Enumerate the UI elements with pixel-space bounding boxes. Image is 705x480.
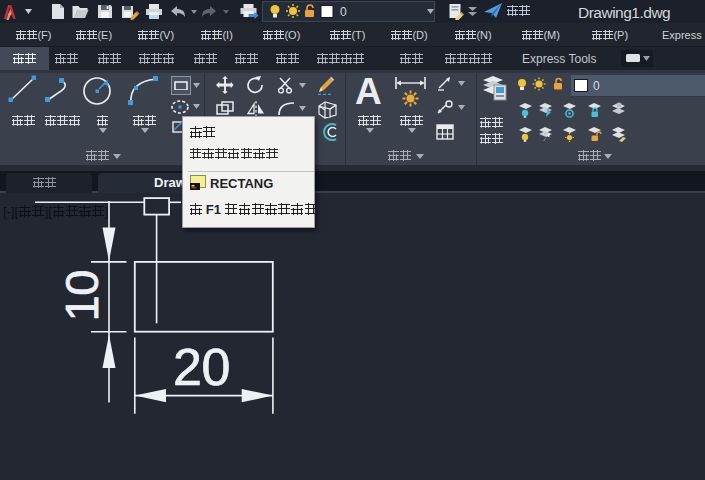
svg-text:10: 10 xyxy=(55,270,108,321)
svg-text:20: 20 xyxy=(173,338,230,396)
